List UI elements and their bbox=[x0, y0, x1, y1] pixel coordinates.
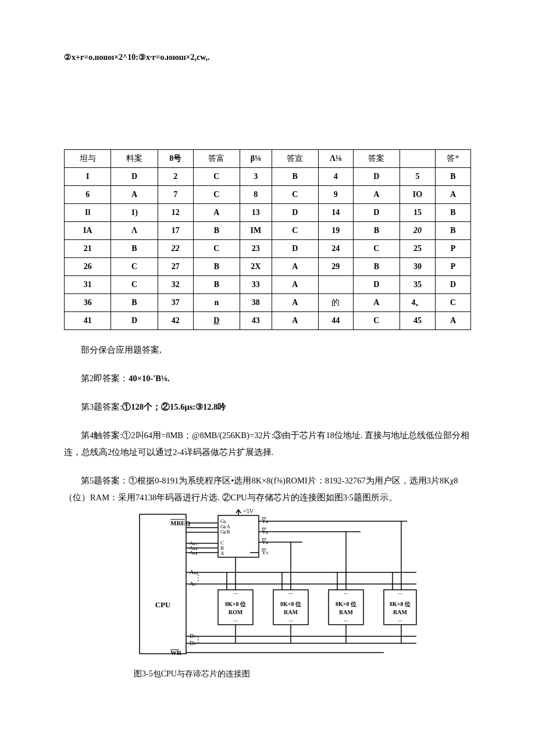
dots: ··· bbox=[288, 618, 293, 624]
cell: 23 bbox=[240, 240, 272, 258]
cell: B bbox=[111, 294, 158, 312]
cell: B bbox=[435, 222, 470, 240]
top-formula: ②x+r=o.ııoııoı×2^10:③x·r=o.ıoıoııı×2,cw,… bbox=[64, 52, 471, 62]
cell: 35 bbox=[400, 276, 435, 294]
cell: 42 bbox=[158, 312, 193, 330]
cell: B bbox=[193, 222, 240, 240]
cell: C bbox=[193, 186, 240, 204]
cell: 5 bbox=[400, 168, 435, 186]
cell: 33 bbox=[240, 276, 272, 294]
cell: IO bbox=[400, 186, 435, 204]
cell: C bbox=[193, 168, 240, 186]
dots: ··· bbox=[344, 618, 348, 624]
cell: B bbox=[272, 168, 318, 186]
hdr-cell: β⅛ bbox=[240, 150, 272, 168]
chip3-line2: RAM bbox=[339, 609, 353, 615]
cell: 4 bbox=[318, 168, 353, 186]
cell: 26 bbox=[65, 258, 111, 276]
label-cpu: CPU bbox=[155, 600, 171, 609]
label-a: A bbox=[220, 550, 224, 556]
cell: D bbox=[272, 204, 318, 222]
cell: 20 bbox=[400, 222, 435, 240]
cell: A bbox=[111, 186, 158, 204]
chip1-line2: ROM bbox=[229, 609, 243, 615]
table-row: 6 A 7 C 8 C 9 A IO A bbox=[65, 186, 471, 204]
vdots: ⋮ bbox=[195, 636, 202, 644]
circuit-diagram: +5V CPU MREQ A₁₅ A₁₄ A₁₃ A₁₂ A₀ D₇ D₀ WR… bbox=[64, 508, 471, 679]
cell: IM bbox=[240, 222, 272, 240]
cell: 15 bbox=[400, 204, 435, 222]
intro-paragraph: 部分保合应用题答案, bbox=[64, 342, 471, 359]
cell: 12 bbox=[158, 204, 193, 222]
dots: ··· bbox=[398, 590, 402, 597]
chip2-line2: RAM bbox=[284, 609, 298, 615]
cell: C bbox=[353, 240, 400, 258]
cell: A bbox=[353, 186, 400, 204]
hdr-cell: 坦与 bbox=[65, 150, 111, 168]
cell: C bbox=[193, 240, 240, 258]
q5-prefix: 第5题答案： bbox=[81, 476, 129, 485]
cell: P bbox=[435, 240, 470, 258]
cell: Il bbox=[65, 204, 111, 222]
cell: B bbox=[193, 258, 240, 276]
table-header-row: 坦与 料案 8号 答富 β⅛ 答宣 Λ⅛ 答案 答* bbox=[65, 150, 471, 168]
chip4-line2: RAM bbox=[393, 609, 407, 615]
label-wr: WR bbox=[170, 649, 182, 656]
label-5v: +5V bbox=[243, 508, 254, 514]
q3-prefix: 第3题答案: bbox=[81, 402, 122, 411]
cell: P bbox=[435, 258, 470, 276]
cell: 9 bbox=[318, 186, 353, 204]
cell: 2 bbox=[158, 168, 193, 186]
cell: 21 bbox=[65, 240, 111, 258]
cell: Λ bbox=[111, 222, 158, 240]
svg-rect-0 bbox=[140, 514, 186, 654]
cell: 14 bbox=[318, 204, 353, 222]
hdr-cell: 8号 bbox=[158, 150, 193, 168]
cell: 29 bbox=[318, 258, 353, 276]
table-row: Il 1) 12 A 13 D 14 D 15 B bbox=[65, 204, 471, 222]
cell: 41 bbox=[65, 312, 111, 330]
hdr-cell: 答富 bbox=[193, 150, 240, 168]
cell: 17 bbox=[158, 222, 193, 240]
cell: D bbox=[111, 312, 158, 330]
cell: D bbox=[353, 276, 400, 294]
cell: D bbox=[353, 204, 400, 222]
cell: 43 bbox=[240, 312, 272, 330]
cell: 4。 bbox=[400, 294, 435, 312]
cell: B bbox=[111, 240, 158, 258]
chip1-line1: 8K×8 位 bbox=[225, 601, 246, 607]
vdots: ⋮ bbox=[195, 574, 202, 582]
label-y2: Y₂ bbox=[262, 528, 268, 535]
cell: C bbox=[353, 312, 400, 330]
table-row: IA Λ 17 B IM C 19 B 20 B bbox=[65, 222, 471, 240]
cell: 32 bbox=[158, 276, 193, 294]
cell: 25 bbox=[400, 240, 435, 258]
cell: B bbox=[353, 258, 400, 276]
table-row: 31 C 32 B 33 A D 35 D bbox=[65, 276, 471, 294]
label-y0: Y₀ bbox=[262, 549, 268, 556]
cell: A bbox=[435, 312, 470, 330]
cell: I bbox=[65, 168, 111, 186]
cell: 38 bbox=[240, 294, 272, 312]
q2-body: 40×10-'B⅛. bbox=[129, 374, 169, 383]
cell: A bbox=[272, 294, 318, 312]
label-y3: Y₃ bbox=[262, 518, 268, 524]
answer-q4: 第4触答案:①2叫64用=8MB；@8MB/(256KB)=32片:③由于芯片有… bbox=[64, 427, 471, 461]
hdr-cell: 答宣 bbox=[272, 150, 318, 168]
cell: D bbox=[435, 276, 470, 294]
table-row: 41 D 42 D 43 A 44 C 45 A bbox=[65, 312, 471, 330]
cell: 19 bbox=[318, 222, 353, 240]
hdr-cell: 答* bbox=[435, 150, 470, 168]
table-row: I D 2 C 3 B 4 D 5 B bbox=[65, 168, 471, 186]
cell: A bbox=[272, 312, 318, 330]
cell: 7 bbox=[158, 186, 193, 204]
hdr-cell bbox=[400, 150, 435, 168]
label-mreq: MREQ bbox=[170, 519, 191, 526]
cell: C bbox=[111, 276, 158, 294]
table-row: 26 C 27 B 2X A 29 B 30 P bbox=[65, 258, 471, 276]
dots: ··· bbox=[398, 618, 402, 624]
cell: 24 bbox=[318, 240, 353, 258]
cell: 6 bbox=[65, 186, 111, 204]
answer-table: 坦与 料案 8号 答富 β⅛ 答宣 Λ⅛ 答案 答* I D 2 C 3 B 4… bbox=[64, 149, 471, 330]
page: ②x+r=o.ııoııoı×2^10:③x·r=o.ıoıoııı×2,cw,… bbox=[0, 0, 535, 714]
